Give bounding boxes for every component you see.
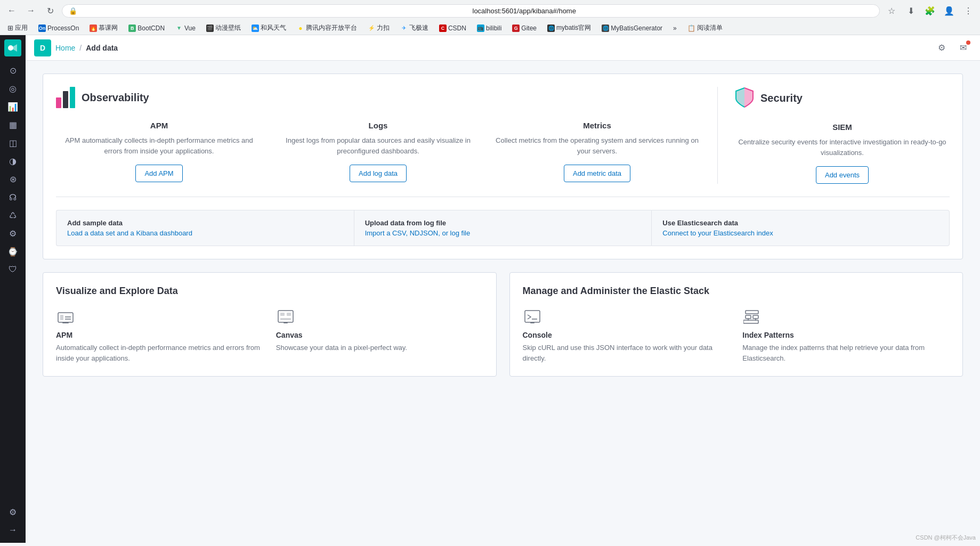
data-options: Add sample data Load a data set and a Ki… — [56, 210, 950, 246]
console-feature-desc: Skip cURL and use this JSON interface to… — [523, 343, 730, 363]
bookmarks-bar: ⊞ 应用 On ProcessOn 🔥 慕课网 B BootCDN ▼ Vue … — [0, 21, 980, 35]
canvas-feature-desc: Showcase your data in a pixel-perfect wa… — [276, 343, 483, 353]
svg-rect-14 — [525, 311, 540, 322]
metrics-card: Metrics Collect metrics from the operati… — [494, 121, 700, 182]
bookmark-weather[interactable]: ⛅ 和风天气 — [248, 22, 289, 34]
sidebar-item-ml[interactable]: ⊛ — [4, 170, 21, 188]
svg-rect-11 — [287, 313, 291, 316]
add-apm-button[interactable]: Add APM — [135, 165, 182, 182]
use-elasticsearch-data[interactable]: Use Elasticsearch data Connect to your E… — [651, 210, 950, 246]
bookmark-csdn[interactable]: C CSDN — [436, 23, 469, 33]
menu-btn[interactable]: ⋮ — [961, 3, 976, 18]
svg-rect-22 — [743, 320, 758, 323]
bookmark-mooc[interactable]: 🔥 慕课网 — [86, 22, 121, 34]
bookmark-processon[interactable]: On ProcessOn — [35, 23, 82, 33]
observability-header: Observability — [56, 87, 700, 108]
sidebar-item-uptime[interactable]: ⌚ — [4, 243, 21, 260]
apm-feature-title: APM — [56, 331, 263, 339]
bookmark-vue[interactable]: ▼ Vue — [172, 23, 199, 33]
svg-rect-2 — [63, 91, 68, 108]
sidebar-item-maps[interactable]: ◑ — [4, 152, 21, 169]
breadcrumb-separator: / — [79, 44, 82, 52]
bookmark-more[interactable]: » — [670, 23, 680, 33]
content-area: Observability APM APM automatically coll… — [26, 61, 980, 543]
console-feature-icon — [523, 307, 542, 327]
visualize-title: Visualize and Explore Data — [56, 286, 483, 297]
sidebar-item-siem[interactable]: 🛡 — [4, 261, 21, 278]
main-card: Observability APM APM automatically coll… — [43, 74, 963, 259]
feature-index-patterns: Index Patterns Manage the index patterns… — [742, 307, 950, 363]
svg-rect-1 — [56, 97, 61, 108]
siem-card: SIEM Centralize security events for inte… — [735, 123, 950, 184]
watermark: CSDN @柯柯不会Java — [916, 534, 976, 542]
bookmark-gitee[interactable]: G Gitee — [509, 23, 540, 33]
bookmark-bootcdn[interactable]: B BootCDN — [125, 23, 168, 33]
bookmark-anime[interactable]: 🎬 动漫壁纸 — [203, 22, 244, 34]
profile-btn[interactable]: 👤 — [942, 3, 957, 18]
breadcrumb-home[interactable]: Home — [55, 44, 75, 52]
bookmark-bilibili[interactable]: 📺 bilibili — [474, 23, 505, 33]
add-events-button[interactable]: Add events — [816, 166, 869, 184]
bookmark-apps[interactable]: ⊞ 应用 — [4, 22, 31, 34]
apm-title: APM — [56, 121, 262, 130]
manage-title: Manage and Administer the Elastic Stack — [523, 286, 950, 297]
sidebar-item-home[interactable]: ⊙ — [4, 62, 21, 79]
sidebar-item-canvas[interactable]: ◫ — [4, 134, 21, 151]
forward-button[interactable]: → — [23, 3, 38, 18]
logs-card: Logs Ingest logs from popular data sourc… — [275, 121, 481, 182]
metrics-desc: Collect metrics from the operating syste… — [494, 135, 700, 156]
breadcrumb-current: Add data — [86, 44, 118, 52]
add-metric-data-button[interactable]: Add metric data — [564, 165, 630, 182]
top-section: Observability APM APM automatically coll… — [56, 87, 950, 184]
visualize-features: APM Automatically collect in-depth perfo… — [56, 307, 483, 363]
svg-rect-9 — [278, 311, 293, 322]
add-sample-data[interactable]: Add sample data Load a data set and a Ki… — [56, 210, 354, 246]
top-bar-actions: ⚙ ✉ — [933, 39, 971, 56]
sidebar-item-graph[interactable]: ☊ — [4, 189, 21, 206]
bookmark-leetcode[interactable]: ⚡ 力扣 — [365, 22, 393, 34]
security-section: Security SIEM Centralize security events… — [718, 87, 950, 184]
sidebar-item-discover[interactable]: ◎ — [4, 80, 21, 97]
sidebar-item-apm[interactable]: ⚙ — [4, 225, 21, 242]
canvas-feature-title: Canvas — [276, 331, 483, 339]
svg-rect-12 — [280, 318, 291, 320]
sidebar-item-logs[interactable]: ♺ — [4, 207, 21, 224]
extensions-btn[interactable]: 🧩 — [922, 3, 937, 18]
address-bar[interactable]: 🔒 localhost:5601/app/kibana#/home — [62, 4, 880, 18]
security-title: Security — [760, 92, 803, 104]
metrics-title: Metrics — [494, 121, 700, 130]
bookmark-mybatis[interactable]: 🌐 mybatis官网 — [544, 22, 594, 34]
browser-chrome: ← → ↻ 🔒 localhost:5601/app/kibana#/home … — [0, 0, 980, 35]
settings-icon[interactable]: ⚙ — [933, 39, 950, 56]
svg-rect-16 — [530, 322, 534, 323]
bookmark-mybatisgenerator[interactable]: 🌐 MyBatisGenerator — [598, 23, 666, 33]
notifications-icon[interactable]: ✉ — [954, 39, 971, 56]
bookmark-tencent[interactable]: ● 腾讯内容开放平台 — [294, 22, 360, 34]
extension-btn[interactable]: ⬇ — [903, 3, 918, 18]
sidebar-item-devtools[interactable]: ⚙ — [4, 503, 21, 520]
svg-rect-19 — [753, 315, 758, 319]
svg-rect-3 — [70, 87, 75, 108]
divider — [56, 197, 950, 197]
sidebar-item-dashboard[interactable]: ▦ — [4, 116, 21, 133]
refresh-button[interactable]: ↻ — [43, 3, 58, 18]
sidebar: ⊙ ◎ 📊 ▦ ◫ ◑ ⊛ ☊ ♺ ⚙ ⌚ 🛡 ⚙ → — [0, 35, 26, 543]
bookmark-star[interactable]: ☆ — [884, 3, 899, 18]
upload-log-file[interactable]: Upload data from log file Import a CSV, … — [354, 210, 652, 246]
apm-feature-desc: Automatically collect in-depth performan… — [56, 343, 263, 363]
svg-rect-17 — [746, 311, 758, 314]
obs-cards: APM APM automatically collects in-depth … — [56, 121, 700, 182]
feature-canvas: Canvas Showcase your data in a pixel-per… — [276, 307, 483, 363]
feature-apm: APM Automatically collect in-depth perfo… — [56, 307, 263, 363]
logs-desc: Ingest logs from popular data sources an… — [275, 135, 481, 156]
feature-console: Console Skip cURL and use this JSON inte… — [523, 307, 730, 363]
add-log-data-button[interactable]: Add log data — [350, 165, 407, 182]
bookmark-readlist[interactable]: 📋 阅读清单 — [684, 22, 726, 34]
bookmark-feijs[interactable]: ✈ 飞极速 — [397, 22, 432, 34]
index-patterns-feature-title: Index Patterns — [742, 331, 950, 339]
back-button[interactable]: ← — [4, 3, 19, 18]
kibana-logo[interactable] — [4, 39, 21, 56]
sidebar-item-expand[interactable]: → — [4, 521, 21, 539]
sidebar-item-visualize[interactable]: 📊 — [4, 98, 21, 115]
breadcrumb: Home / Add data — [55, 44, 118, 52]
